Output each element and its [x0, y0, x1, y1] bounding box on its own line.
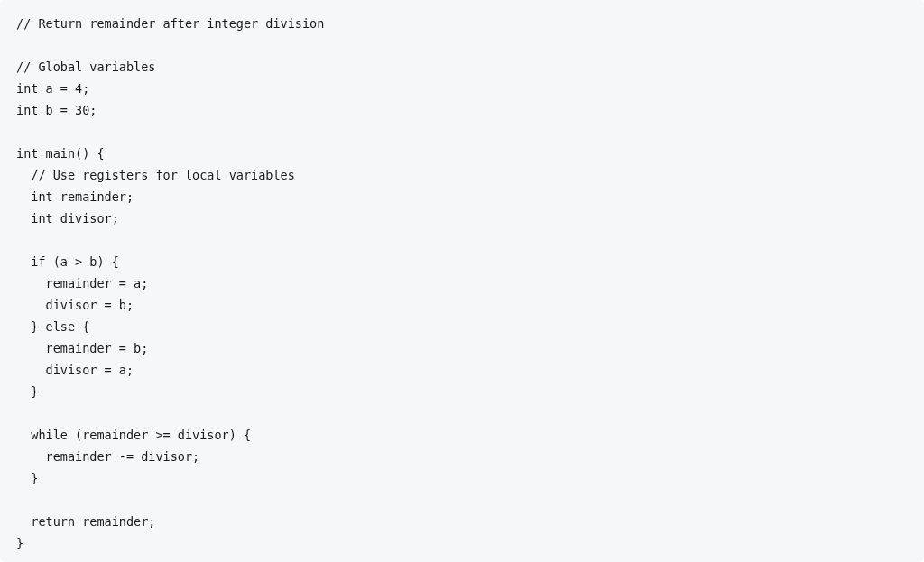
code-line: // Return remainder after integer divisi… [16, 16, 324, 31]
code-line: int a = 4; [16, 81, 89, 96]
code-line: } [16, 384, 38, 399]
code-content: // Return remainder after integer divisi… [16, 13, 908, 554]
code-line: int b = 30; [16, 103, 97, 117]
code-line: remainder -= divisor; [16, 449, 199, 464]
code-line: remainder = b; [16, 341, 148, 355]
code-line: int remainder; [16, 189, 134, 204]
code-line: remainder = a; [16, 276, 148, 290]
code-line: } [16, 536, 23, 550]
code-block: // Return remainder after integer divisi… [0, 0, 924, 562]
code-line: } else { [16, 319, 89, 334]
code-line: int main() { [16, 146, 105, 161]
code-line: } [16, 471, 38, 485]
code-line: int divisor; [16, 211, 119, 226]
code-line: // Use registers for local variables [16, 168, 295, 182]
code-line: if (a > b) { [16, 254, 119, 269]
code-line: divisor = a; [16, 363, 134, 377]
code-line: divisor = b; [16, 298, 134, 312]
code-line: return remainder; [16, 514, 155, 529]
code-line: while (remainder >= divisor) { [16, 428, 251, 442]
code-line: // Global variables [16, 60, 155, 74]
